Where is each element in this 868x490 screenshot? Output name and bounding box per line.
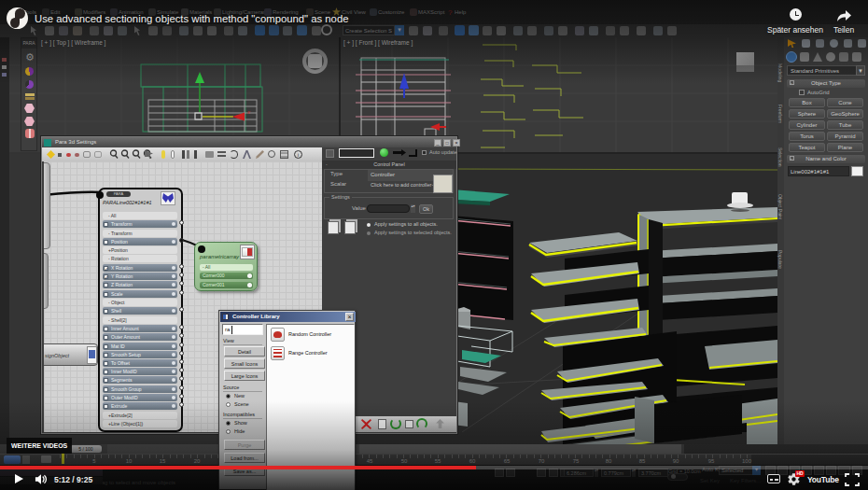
svg-text:x: x	[246, 109, 251, 115]
